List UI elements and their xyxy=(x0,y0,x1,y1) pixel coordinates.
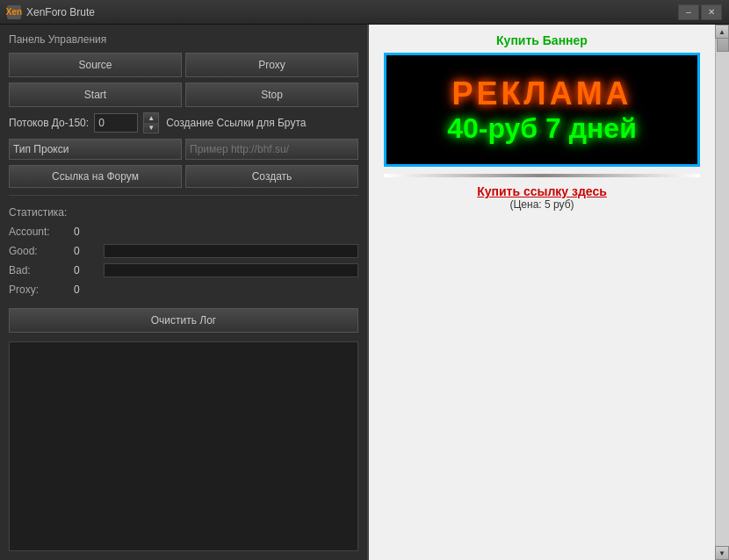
ad-text-top: РЕКЛАМА xyxy=(451,75,632,112)
proxy-value: 0 xyxy=(74,284,100,296)
titlebar-left: Xen XenForo Brute xyxy=(7,5,95,19)
link-section-title: Создание Ссылки для Брута xyxy=(164,117,306,129)
forum-link-row: Ссылка на Форум Создать xyxy=(9,165,358,188)
log-area xyxy=(9,341,358,551)
source-button[interactable]: Source xyxy=(9,53,182,77)
proxy-button[interactable]: Proxy xyxy=(185,53,358,77)
start-stop-row: Start Stop xyxy=(9,83,358,107)
spinner-down[interactable]: ▼ xyxy=(144,123,158,133)
buy-price: (Цена: 5 руб) xyxy=(509,198,574,211)
threads-spinner: ▲ ▼ xyxy=(143,112,159,133)
good-label: Good: xyxy=(9,245,70,257)
close-button[interactable]: ✕ xyxy=(701,4,722,20)
app-icon: Xen xyxy=(7,5,21,19)
stat-row-account: Account: 0 xyxy=(9,222,358,241)
bad-label: Bad: xyxy=(9,264,70,276)
ad-separator xyxy=(384,174,700,177)
proxy-url-row: Тип Прокси xyxy=(9,139,358,160)
stats-title: Статистика: xyxy=(9,206,358,219)
good-value: 0 xyxy=(74,245,100,257)
scrollbar-track: ▲ ▼ xyxy=(715,25,729,560)
buy-link[interactable]: Купить ссылку здесь xyxy=(477,184,607,198)
scrollbar-arrow-down[interactable]: ▼ xyxy=(715,546,729,560)
clear-log-button[interactable]: Очистить Лог xyxy=(9,308,358,333)
threads-row: Потоков До-150: ▲ ▼ Создание Ссылки для … xyxy=(9,112,358,133)
stats-section: Статистика: Account: 0 Good: 0 Bad: 0 xyxy=(9,206,358,299)
threads-input[interactable] xyxy=(94,113,138,133)
bad-bar xyxy=(104,263,358,277)
right-content: Купить Баннер РЕКЛАМА 40-руб 7 дней Купи… xyxy=(384,33,700,211)
spinner-up[interactable]: ▲ xyxy=(144,113,158,123)
start-button[interactable]: Start xyxy=(9,83,182,107)
panel-title: Панель Управления xyxy=(9,33,358,46)
titlebar-controls: – ✕ xyxy=(678,4,722,20)
ad-title: Купить Баннер xyxy=(496,33,588,47)
ad-text-bottom: 40-руб 7 дней xyxy=(447,112,637,145)
separator xyxy=(9,195,358,196)
bad-value: 0 xyxy=(74,264,100,276)
app-title: XenForo Brute xyxy=(26,6,95,18)
account-label: Account: xyxy=(9,226,70,238)
stat-row-proxy: Proxy: 0 xyxy=(9,280,358,299)
titlebar: Xen XenForo Brute – ✕ xyxy=(0,0,729,25)
account-value: 0 xyxy=(74,226,100,238)
threads-label: Потоков До-150: xyxy=(9,117,89,129)
left-panel: Панель Управления Source Proxy Start Sto… xyxy=(0,25,369,560)
right-panel: Купить Баннер РЕКЛАМА 40-руб 7 дней Купи… xyxy=(369,25,729,560)
minimize-button[interactable]: – xyxy=(678,4,699,20)
proxy-type-select[interactable]: Тип Прокси xyxy=(9,139,182,160)
stop-button[interactable]: Stop xyxy=(185,83,358,107)
stat-row-good: Good: 0 xyxy=(9,241,358,261)
forum-link-button[interactable]: Ссылка на Форум xyxy=(9,165,182,188)
good-bar xyxy=(104,244,358,258)
url-input[interactable] xyxy=(185,139,358,160)
main-layout: Панель Управления Source Proxy Start Sto… xyxy=(0,25,729,560)
stat-row-bad: Bad: 0 xyxy=(9,261,358,280)
scrollbar-arrow-up[interactable]: ▲ xyxy=(715,25,729,39)
create-button[interactable]: Создать xyxy=(185,165,358,188)
ad-banner: РЕКЛАМА 40-руб 7 дней xyxy=(384,53,700,167)
proxy-label: Proxy: xyxy=(9,284,70,296)
source-proxy-row: Source Proxy xyxy=(9,53,358,77)
